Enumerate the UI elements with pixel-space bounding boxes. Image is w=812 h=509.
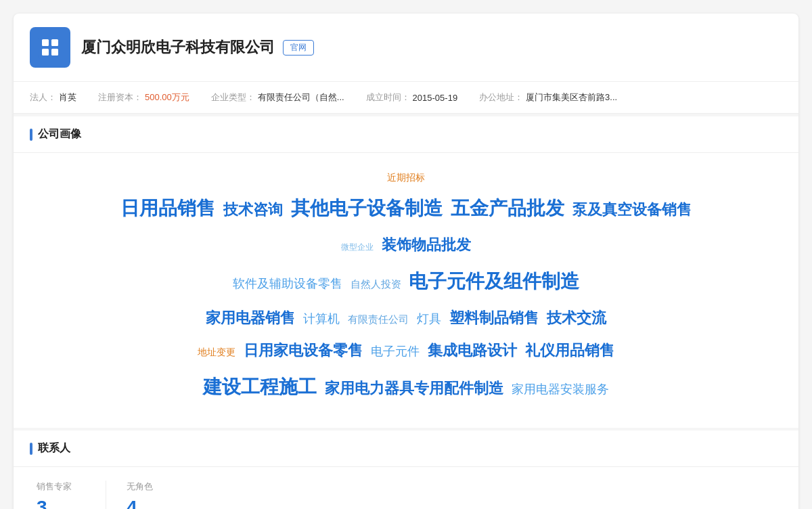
word-tag-家用电器销售: 家用电器销售 <box>206 303 295 333</box>
company-type-label: 企业类型： <box>211 91 255 104</box>
word-tag-其他电子设备制造: 其他电子设备制造 <box>291 190 443 227</box>
word-tag-软件及辅助设备零售: 软件及辅助设备零售 <box>233 271 342 296</box>
company-portrait-title: 公司画像 <box>38 127 81 141</box>
svg-rect-3 <box>42 49 49 56</box>
word-tag-电子元件: 电子元件 <box>371 339 420 363</box>
established-label: 成立时间： <box>366 91 410 104</box>
contacts-title: 联系人 <box>38 441 70 456</box>
word-tag-地址变更: 地址变更 <box>198 342 235 361</box>
section-bar <box>30 129 32 141</box>
contact-divider <box>106 481 106 509</box>
word-tag-礼仪用品销售: 礼仪用品销售 <box>525 336 614 366</box>
sales-expert-value: 3 <box>37 497 47 509</box>
word-tag-日用家电设备零售: 日用家电设备零售 <box>244 336 363 366</box>
word-tag-集成电路设计: 集成电路设计 <box>428 336 517 366</box>
word-cloud-row-4: 软件及辅助设备零售 自然人投资 电子元件及组件制造 <box>41 261 771 302</box>
no-role-value: 4 <box>127 497 137 509</box>
company-header: 厦门众明欣电子科技有限公司 官网 <box>14 14 798 82</box>
company-portrait-header: 公司画像 <box>14 116 798 153</box>
legal-person-item: 法人： 肖英 <box>30 91 76 104</box>
word-tag-家用电力器具专用配件制造: 家用电力器具专用配件制造 <box>325 374 503 403</box>
word-cloud: 近期招标 日用品销售 技术咨询 其他电子设备制造 五金产品批发 泵及真空设备销售… <box>14 153 798 428</box>
office-address-value: 厦门市集美区杏前路3... <box>526 91 617 104</box>
established-value: 2015-05-19 <box>413 93 458 103</box>
company-name-row: 厦门众明欣电子科技有限公司 官网 <box>81 37 314 58</box>
company-type-item: 企业类型： 有限责任公司（自然... <box>211 91 344 104</box>
svg-rect-4 <box>51 49 58 56</box>
word-tag-技术咨询: 技术咨询 <box>223 195 283 225</box>
word-tag-建设工程施工: 建设工程施工 <box>203 368 317 406</box>
word-cloud-row-3: 微型企业 装饰物品批发 <box>41 229 771 261</box>
no-role-label: 无角色 <box>127 481 153 493</box>
word-tag-装饰物品批发: 装饰物品批发 <box>382 230 471 260</box>
office-address-label: 办公地址： <box>479 91 523 104</box>
word-tag-电子元件及组件制造: 电子元件及组件制造 <box>409 263 579 301</box>
contacts-header: 联系人 <box>14 430 798 467</box>
legal-person-label: 法人： <box>30 91 56 104</box>
company-name: 厦门众明欣电子科技有限公司 <box>81 37 275 58</box>
contacts-section-bar <box>30 443 32 455</box>
registered-capital-item: 注册资本： 500.00万元 <box>98 91 189 104</box>
word-tag-家用电器安装服务: 家用电器安装服务 <box>512 377 609 401</box>
word-cloud-row-6: 地址变更 日用家电设备零售 电子元件 集成电路设计 礼仪用品销售 <box>41 334 771 367</box>
contacts-section: 联系人 销售专家 3 无角色 4 <box>14 428 798 509</box>
word-tag-自然人投资: 自然人投资 <box>351 274 401 294</box>
registered-capital-value: 500.00万元 <box>145 91 189 104</box>
svg-rect-2 <box>51 39 58 46</box>
word-cloud-row-7: 建设工程施工 家用电力器具专用配件制造 家用电器安装服务 <box>41 367 771 407</box>
info-bar: 法人： 肖英 注册资本： 500.00万元 企业类型： 有限责任公司（自然...… <box>14 82 798 114</box>
registered-capital-label: 注册资本： <box>98 91 142 104</box>
word-cloud-row-5: 家用电器销售 计算机 有限责任公司 灯具 塑料制品销售 技术交流 <box>41 302 771 334</box>
word-cloud-row-1: 近期招标 <box>41 167 771 188</box>
word-tag-计算机: 计算机 <box>303 307 340 331</box>
sales-expert-label: 销售专家 <box>37 481 72 493</box>
office-address-item: 办公地址： 厦门市集美区杏前路3... <box>479 91 617 104</box>
company-type-value: 有限责任公司（自然... <box>258 91 344 104</box>
word-tag-有限责任公司: 有限责任公司 <box>348 309 409 330</box>
word-tag-塑料制品销售: 塑料制品销售 <box>449 303 539 333</box>
svg-rect-0 <box>38 35 62 60</box>
company-portrait-section: 公司画像 近期招标 日用品销售 技术咨询 其他电子设备制造 五金产品批发 泵及真… <box>14 114 798 428</box>
contact-stats: 销售专家 3 无角色 4 <box>14 467 798 509</box>
svg-rect-1 <box>42 39 49 46</box>
main-container: 厦门众明欣电子科技有限公司 官网 法人： 肖英 注册资本： 500.00万元 企… <box>14 14 798 509</box>
established-item: 成立时间： 2015-05-19 <box>366 91 458 104</box>
company-logo <box>30 27 70 68</box>
no-role-stat: 无角色 4 <box>113 481 180 509</box>
official-site-badge[interactable]: 官网 <box>283 40 314 56</box>
sales-expert-stat: 销售专家 3 <box>30 481 99 509</box>
legal-person-value: 肖英 <box>59 91 76 104</box>
word-tag-灯具: 灯具 <box>417 307 441 331</box>
word-tag-五金产品批发: 五金产品批发 <box>451 190 564 227</box>
word-cloud-row-2: 日用品销售 技术咨询 其他电子设备制造 五金产品批发 泵及真空设备销售 <box>41 188 771 229</box>
word-tag-微型企业: 微型企业 <box>341 239 374 255</box>
word-tag-泵及真空设备销售: 泵及真空设备销售 <box>572 195 692 225</box>
word-tag-近期招标: 近期招标 <box>387 168 425 187</box>
word-tag-日用品销售: 日用品销售 <box>120 190 215 227</box>
word-tag-技术交流: 技术交流 <box>547 303 606 333</box>
